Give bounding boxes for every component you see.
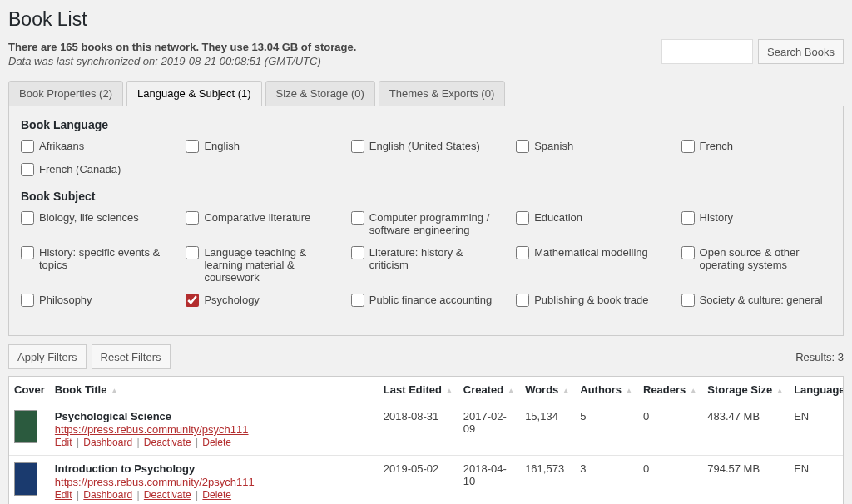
subject-label: Literature: history & criticism — [369, 246, 501, 271]
language-checkbox[interactable] — [351, 140, 364, 153]
subject-label: Philosophy — [39, 294, 92, 306]
subject-label: Education — [534, 211, 582, 224]
subject-item[interactable]: Open source & other operating systems — [681, 246, 831, 284]
col-language[interactable]: Language▲ — [789, 377, 844, 403]
col-authors[interactable]: Authors▲ — [575, 377, 638, 403]
col-last-edited[interactable]: Last Edited▲ — [379, 377, 458, 403]
col-title[interactable]: Book Title▲ — [50, 377, 379, 403]
book-url-link[interactable]: https://press.rebus.community/2psych111 — [55, 476, 374, 488]
subject-item[interactable]: Comparative literature — [186, 211, 335, 236]
reset-filters-button[interactable]: Reset Filters — [92, 344, 171, 369]
col-created[interactable]: Created▲ — [458, 377, 520, 403]
col-storage[interactable]: Storage Size▲ — [702, 377, 789, 403]
cell-authors: 5 — [575, 403, 638, 456]
subject-item[interactable]: Computer programming / software engineer… — [351, 211, 501, 236]
search-books-button[interactable]: Search Books — [758, 39, 844, 64]
subject-item[interactable]: History: specific events & topics — [21, 246, 171, 284]
tab[interactable]: Themes & Exports (0) — [379, 81, 505, 106]
apply-filters-button[interactable]: Apply Filters — [8, 344, 87, 369]
table-row: Introduction to Psychologyhttps://press.… — [9, 456, 844, 505]
language-item[interactable]: French — [681, 140, 831, 153]
edit-link[interactable]: Edit — [55, 437, 72, 448]
subject-item[interactable]: Literature: history & criticism — [351, 246, 501, 284]
col-readers[interactable]: Readers▲ — [638, 377, 702, 403]
tab[interactable]: Size & Storage (0) — [265, 81, 375, 106]
language-heading: Book Language — [21, 118, 831, 131]
subject-checkbox[interactable] — [681, 211, 695, 225]
subject-item[interactable]: Mathematical modelling — [516, 246, 666, 284]
deactivate-link[interactable]: Deactivate — [144, 437, 191, 448]
cell-language: EN — [789, 456, 844, 505]
language-label: Afrikaans — [39, 140, 84, 152]
tabs: Book Properties (2)Language & Subject (1… — [8, 81, 844, 106]
language-checkbox[interactable] — [21, 140, 34, 153]
cell-words: 161,573 — [520, 456, 575, 505]
cell-readers: 0 — [638, 403, 702, 456]
subject-checkbox[interactable] — [516, 246, 529, 259]
separator: | — [134, 437, 142, 448]
subject-item[interactable]: Biology, life sciences — [21, 211, 171, 236]
subject-checkbox[interactable] — [351, 246, 364, 259]
language-label: French — [700, 140, 733, 152]
subject-checkbox[interactable] — [21, 246, 34, 259]
subject-checkbox[interactable] — [186, 294, 199, 307]
delete-link[interactable]: Delete — [202, 437, 231, 448]
language-checkbox[interactable] — [21, 163, 34, 176]
delete-link[interactable]: Delete — [202, 489, 231, 501]
language-checkbox[interactable] — [516, 140, 529, 153]
subject-item[interactable]: Philosophy — [21, 294, 171, 307]
subject-item[interactable]: Publishing & book trade — [516, 294, 666, 307]
subject-checkbox[interactable] — [21, 211, 34, 225]
subject-label: Society & culture: general — [700, 294, 823, 306]
subject-item[interactable]: Language teaching & learning material & … — [186, 246, 335, 284]
subject-checkbox[interactable] — [186, 211, 199, 225]
deactivate-link[interactable]: Deactivate — [144, 489, 191, 501]
tab[interactable]: Language & Subject (1) — [126, 81, 262, 106]
sort-icon: ▲ — [625, 386, 633, 395]
subject-item[interactable]: History — [681, 211, 831, 236]
book-url-link[interactable]: https://press.rebus.community/psych111 — [55, 423, 374, 436]
language-item[interactable]: English — [186, 140, 335, 153]
language-checkbox[interactable] — [186, 140, 199, 153]
cell-authors: 3 — [575, 456, 638, 505]
language-item[interactable]: Spanish — [516, 140, 666, 153]
cell-last_edited: 2019-05-02 — [379, 456, 458, 505]
dashboard-link[interactable]: Dashboard — [83, 437, 132, 448]
subject-checkbox[interactable] — [681, 246, 695, 259]
subject-checkbox[interactable] — [351, 211, 364, 225]
stats-block: There are 165 books on this network. The… — [8, 39, 356, 69]
book-cover[interactable] — [14, 410, 37, 443]
subject-label: Language teaching & learning material & … — [204, 246, 335, 284]
subject-item[interactable]: Psychology — [186, 294, 335, 307]
subject-checkbox[interactable] — [21, 294, 34, 307]
subject-label: History: specific events & topics — [39, 246, 171, 271]
separator: | — [193, 489, 201, 501]
col-words[interactable]: Words▲ — [520, 377, 575, 403]
subject-item[interactable]: Education — [516, 211, 666, 236]
book-cover[interactable] — [14, 462, 37, 496]
col-cover[interactable]: Cover — [9, 377, 50, 403]
subject-checkbox[interactable] — [516, 294, 529, 307]
subject-label: Open source & other operating systems — [700, 246, 831, 271]
subject-label: Comparative literature — [204, 211, 310, 224]
language-item[interactable]: French (Canada) — [21, 163, 171, 176]
subject-checkbox[interactable] — [186, 246, 199, 259]
language-checkbox[interactable] — [681, 140, 695, 153]
stats-line: There are 165 books on this network. The… — [8, 41, 356, 53]
language-item[interactable]: English (United States) — [351, 140, 501, 153]
subject-checkbox[interactable] — [516, 211, 529, 225]
language-item[interactable]: Afrikaans — [21, 140, 171, 153]
dashboard-link[interactable]: Dashboard — [83, 489, 132, 501]
sort-icon: ▲ — [110, 386, 118, 395]
sort-icon: ▲ — [445, 386, 453, 395]
subject-checkbox[interactable] — [351, 294, 364, 307]
subject-checkbox[interactable] — [681, 294, 695, 307]
edit-link[interactable]: Edit — [55, 489, 72, 501]
tab[interactable]: Book Properties (2) — [8, 81, 123, 106]
language-label: English (United States) — [369, 140, 480, 152]
subject-item[interactable]: Public finance accounting — [351, 294, 501, 307]
search-input[interactable] — [661, 39, 753, 64]
subject-label: Mathematical modelling — [534, 246, 648, 259]
subject-item[interactable]: Society & culture: general — [681, 294, 831, 307]
subject-label: Public finance accounting — [369, 294, 492, 306]
